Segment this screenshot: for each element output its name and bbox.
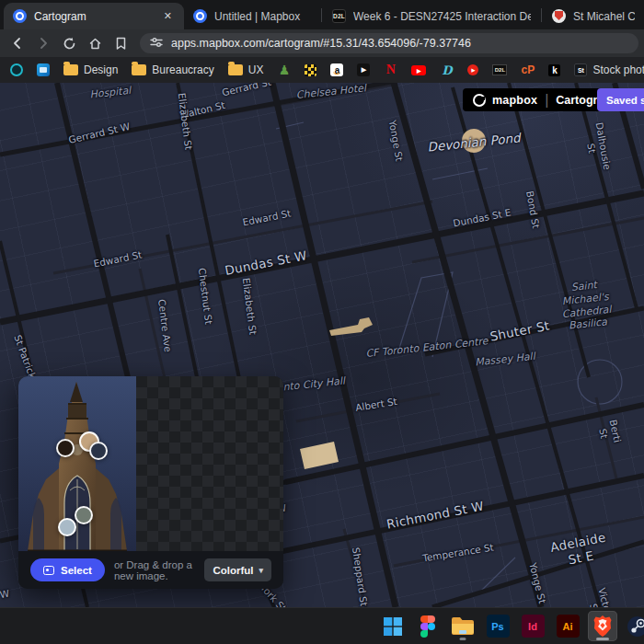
bookmark-playblack[interactable]: ▶ (357, 63, 370, 76)
bookmark-disney[interactable]: D (440, 63, 454, 77)
tab-separator (321, 8, 322, 22)
taskbar-icon-steam[interactable] (623, 611, 644, 641)
forward-icon[interactable] (31, 32, 55, 54)
tab-bar: Cartogram✕Untitled | MapboxD2LWeek 6 - D… (0, 0, 644, 29)
color-swatch-2[interactable] (89, 442, 108, 460)
bookmark-k[interactable]: k (548, 64, 560, 76)
bookmarks-bar: DesignBureaucracyUX♟a▶N▶D▶D2LcPkStStock … (0, 57, 644, 83)
map-label-saint-michael-s-cathedral-ba: Saint Michael's Cathedral Basilica (555, 277, 617, 333)
k-icon: k (548, 64, 560, 76)
bookmark-youtube[interactable]: ▶ (411, 65, 426, 75)
color-swatch-3[interactable] (75, 506, 93, 524)
browser-toolbar: apps.mapbox.com/cartogram/#15.31/43.6540… (0, 29, 644, 57)
tab-title: St Micahel Cathe (573, 10, 635, 23)
reload-icon[interactable] (57, 32, 81, 54)
youtube-icon: ▶ (411, 65, 426, 75)
select-image-button[interactable]: Select (30, 558, 105, 581)
bookmark-circle[interactable] (10, 63, 23, 76)
taskbar-icon-file-explorer[interactable] (448, 611, 477, 641)
outlook-icon (37, 63, 50, 76)
file-explorer-icon (451, 616, 475, 637)
bookmark-bureaucracy[interactable]: Bureaucracy (132, 63, 213, 76)
bookmark-design[interactable]: Design (63, 63, 118, 76)
taskbar-icon-windows-start[interactable] (378, 611, 408, 641)
brave-logo-icon (592, 615, 613, 638)
photoshop-icon: Ps (487, 615, 510, 638)
bookmark-reddot[interactable]: ▶ (467, 64, 478, 75)
mapbox-logo-icon (473, 94, 486, 107)
folder-icon (228, 64, 243, 75)
map-canvas[interactable]: HospitalChelsea HotelGerrard StGerrard S… (0, 83, 644, 607)
saved-styles-button[interactable]: Saved sty (597, 88, 644, 111)
mapbox-wordmark: mapbox (492, 94, 537, 107)
image-icon (43, 566, 54, 575)
bookmark-label: Bureaucracy (152, 63, 213, 76)
bookmark-stock-photos-royalt-[interactable]: StStock photos, royalt... (574, 63, 644, 76)
color-swatch-4[interactable] (58, 518, 76, 536)
taskbar-icon-figma[interactable] (413, 611, 443, 641)
bookmark-netflix[interactable]: N (384, 63, 397, 77)
bookmark-amazon[interactable]: a (330, 63, 343, 76)
brand-divider: | (545, 92, 548, 109)
steam-logo-icon (627, 615, 644, 638)
tab-st-micahel-cathe[interactable]: St Micahel Cathe (543, 3, 644, 29)
taskbar-icon-brave[interactable] (588, 611, 617, 641)
bookmark-chess[interactable]: ♟ (277, 63, 291, 77)
figma-logo-icon (420, 615, 435, 638)
windows-logo-icon (383, 616, 403, 637)
bookmark-label: Design (84, 63, 118, 76)
tab-cartogram[interactable]: Cartogram✕ (4, 3, 184, 29)
netflix-icon: N (384, 63, 397, 77)
reddot-icon: ▶ (467, 64, 478, 75)
shield-favicon-icon (552, 9, 566, 23)
taskbar-icon-photoshop[interactable]: Ps (483, 611, 512, 641)
select-button-label: Select (61, 565, 92, 576)
windows-taskbar: PsIdAi (0, 607, 644, 644)
tab-title: Untitled | Mapbox (214, 10, 311, 23)
bookmark-cp[interactable]: cP (521, 63, 535, 77)
illustrator-icon: Ai (557, 615, 580, 638)
site-settings-icon[interactable] (150, 37, 163, 51)
style-dropdown-value: Colorful (213, 565, 253, 576)
cathedral-image (18, 376, 136, 551)
disney-icon: D (440, 63, 454, 77)
bookmark-d2l[interactable]: D2L (492, 64, 507, 75)
d2l-icon: D2L (492, 64, 507, 75)
transparency-checkerboard (136, 376, 283, 551)
chess-icon: ♟ (277, 63, 291, 77)
screen: { "browser": { "tabs": [ {"title":"Carto… (0, 0, 644, 644)
back-icon[interactable] (6, 32, 29, 54)
taskbar-icons: PsIdAi (378, 611, 644, 641)
tab-title: Week 6 - DESN27425 Interaction Des (353, 10, 531, 23)
home-icon[interactable] (83, 32, 107, 54)
cartogram-image-panel: Select or Drag & drop a new image. Color… (18, 376, 283, 589)
bookmark-outlook[interactable] (37, 63, 50, 76)
mapbox-favicon-icon (193, 9, 207, 23)
bookmark-ux[interactable]: UX (228, 63, 264, 76)
tab-separator (541, 8, 542, 22)
bookmark-label: UX (248, 63, 264, 76)
stock-icon: St (574, 63, 587, 76)
folder-icon (63, 64, 78, 75)
d2l-favicon-icon: D2L (332, 9, 346, 23)
taskbar-icon-indesign[interactable]: Id (518, 611, 547, 641)
tab-close-icon[interactable]: ✕ (161, 10, 175, 22)
mapbox-favicon-icon (13, 9, 27, 23)
panel-action-bar: Select or Drag & drop a new image. Color… (18, 551, 283, 589)
cp-icon: cP (521, 63, 535, 77)
drag-drop-hint: or Drag & drop a new image. (114, 559, 196, 581)
url-text: apps.mapbox.com/cartogram/#15.31/43.6540… (171, 37, 471, 50)
bookmark-taxi[interactable] (305, 64, 316, 76)
indesign-icon: Id (522, 615, 545, 638)
tab-title: Cartogram (34, 10, 154, 23)
address-bar[interactable]: apps.mapbox.com/cartogram/#15.31/43.6540… (140, 33, 638, 53)
tab-week-6-desn27425-interac[interactable]: D2LWeek 6 - DESN27425 Interaction Des (323, 3, 540, 29)
tab-untitled-mapbox[interactable]: Untitled | Mapbox (184, 3, 320, 29)
style-dropdown[interactable]: Colorful ▾ (204, 558, 271, 581)
playblack-icon: ▶ (357, 63, 370, 76)
taskbar-icon-illustrator[interactable]: Ai (553, 611, 582, 641)
bookmarks-sidebar-icon[interactable] (109, 32, 132, 54)
folder-icon (132, 64, 146, 75)
bookmark-label: Stock photos, royalt... (592, 63, 644, 76)
color-swatch-0[interactable] (56, 439, 75, 457)
